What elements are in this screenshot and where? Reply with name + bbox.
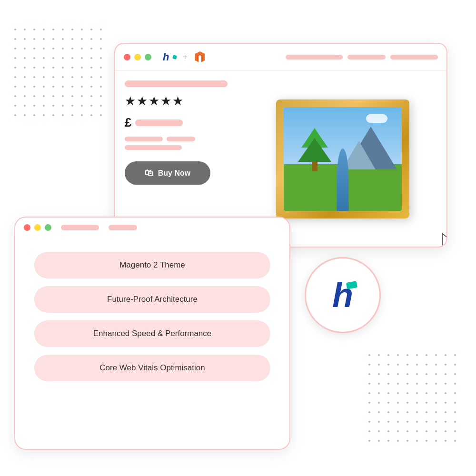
feature-list: Magento 2 Theme Future-Proof Architectur… (15, 238, 289, 396)
scene-river (337, 149, 349, 211)
hyva-diamond-accent (346, 281, 357, 289)
dot-pattern-tl (14, 29, 108, 122)
price-row: £ (125, 115, 239, 130)
landscape-scene (284, 107, 402, 211)
buy-now-button[interactable]: 🛍 Buy Now (125, 161, 210, 185)
feature-item-1: Magento 2 Theme (34, 252, 270, 278)
nav-bar-group (286, 55, 438, 60)
feature-item-3: Enhanced Speed & Performance (34, 320, 270, 347)
hyva-accent-dot (173, 55, 178, 60)
bottom-titlebar (15, 218, 289, 238)
scene-cloud (366, 114, 387, 123)
nav-pill-1 (61, 225, 99, 230)
price-symbol: £ (125, 115, 131, 130)
scene-tree (298, 128, 331, 171)
tree-trunk (312, 162, 317, 171)
buy-icon: 🛍 (145, 168, 153, 178)
desc-row-2 (125, 145, 239, 150)
titlebar-dot-red (124, 54, 130, 60)
hyva-letter-small: h (163, 51, 169, 63)
feature-item-2: Future-Proof Architecture (34, 286, 270, 313)
hyva-logo-circle: h (305, 257, 381, 333)
desc-bar-b (167, 137, 195, 141)
nav-bar-1 (286, 55, 343, 60)
dot-pattern-br (368, 354, 462, 447)
nav-bar-2 (347, 55, 386, 60)
product-panel: ★★★★★ £ 🛍 Buy Now (125, 80, 239, 238)
price-placeholder (135, 119, 183, 126)
titlebar-dot-green (145, 54, 151, 60)
logo-area: h + (163, 50, 207, 64)
product-stars: ★★★★★ (125, 94, 239, 109)
product-title-placeholder (125, 80, 228, 87)
desc-bar-c (125, 145, 182, 150)
frame-inner (284, 107, 402, 211)
tree-bottom (298, 138, 331, 162)
titlebar-dot-yellow (134, 54, 141, 60)
bottom-dot-red (24, 224, 30, 231)
bottom-dot-green (45, 224, 51, 231)
magento-icon (193, 50, 207, 64)
nav-bar-3 (390, 55, 438, 60)
frame-outer (276, 99, 409, 218)
svg-marker-0 (443, 234, 447, 248)
desc-row-1 (125, 137, 239, 141)
feature-item-4: Core Web Vitals Optimisation (34, 355, 270, 381)
hyva-logo: h (332, 278, 353, 312)
description-placeholders (125, 137, 239, 150)
nav-pill-2 (109, 225, 137, 230)
buy-label: Buy Now (158, 169, 190, 178)
top-titlebar: h + (115, 44, 446, 71)
image-panel (248, 80, 437, 238)
bottom-browser-card: Magento 2 Theme Future-Proof Architectur… (14, 217, 290, 450)
plus-separator: + (182, 52, 188, 62)
bottom-dot-yellow (34, 224, 41, 231)
desc-bar-a (125, 137, 163, 141)
picture-frame (276, 99, 409, 218)
